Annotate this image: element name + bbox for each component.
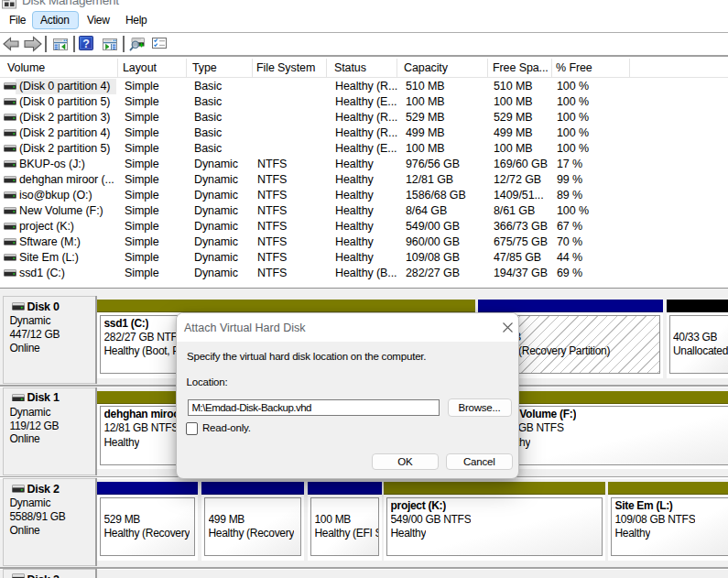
svg-text:?: ? — [82, 38, 90, 50]
